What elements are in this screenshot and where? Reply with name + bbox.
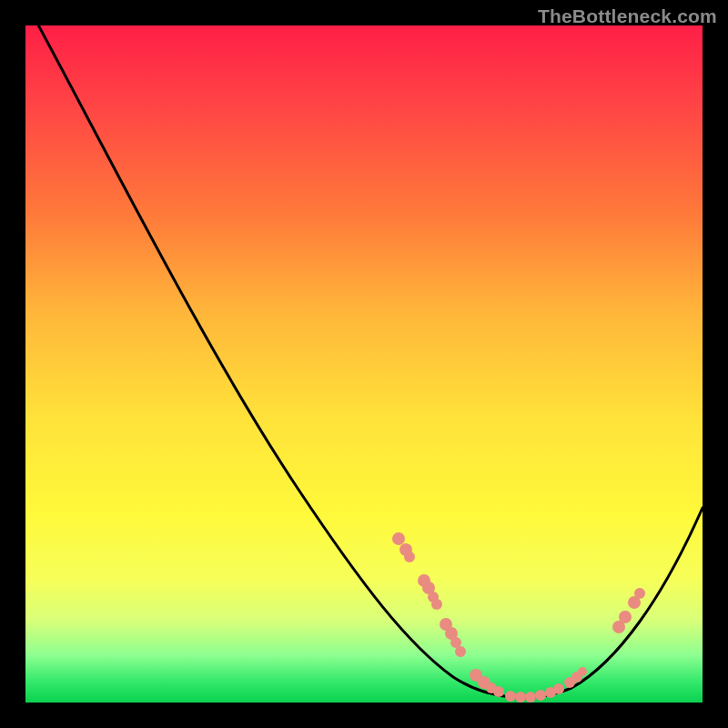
marker-dot bbox=[634, 588, 645, 599]
marker-dot bbox=[515, 692, 526, 703]
marker-dot bbox=[392, 532, 405, 545]
marker-dot bbox=[505, 691, 516, 702]
marker-dot bbox=[455, 646, 466, 657]
watermark-text: TheBottleneck.com bbox=[538, 5, 717, 27]
marker-dot bbox=[578, 667, 587, 676]
marker-dot bbox=[619, 611, 632, 623]
marker-dot bbox=[525, 692, 536, 703]
marker-dot bbox=[553, 683, 564, 694]
marker-dot bbox=[493, 686, 504, 697]
bottleneck-curve bbox=[35, 18, 703, 698]
chart-svg bbox=[25, 25, 703, 703]
marker-dot bbox=[431, 599, 442, 610]
plot-area bbox=[25, 25, 703, 703]
marker-dot bbox=[404, 551, 415, 562]
marker-dot bbox=[535, 690, 546, 701]
